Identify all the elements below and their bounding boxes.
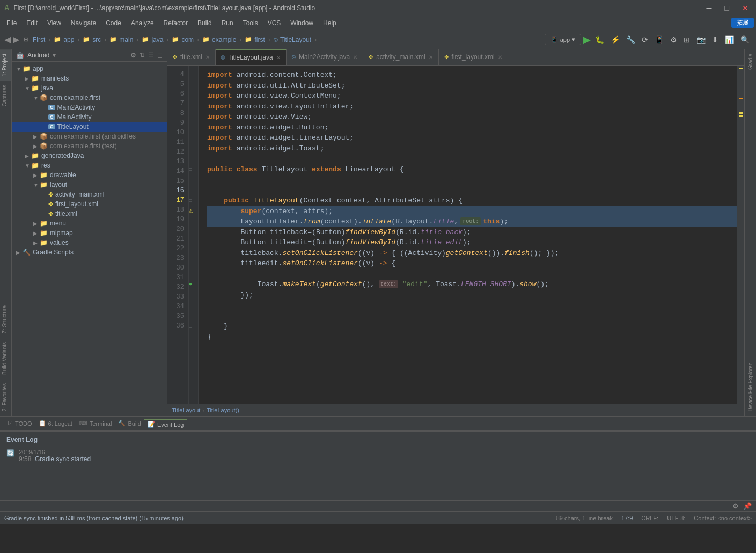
device-file-explorer-tab[interactable]: Device File Explorer [746,359,755,416]
tab-titlelayout-java[interactable]: © TitleLayout.java ✕ [216,49,287,65]
status-position[interactable]: 17:9 [621,515,633,521]
menu-analyze[interactable]: Analyze [127,18,158,28]
menu-refactor[interactable]: Refactor [159,18,192,28]
breadcrumb-first[interactable]: First [33,36,45,43]
tree-item-title-xml[interactable]: ✤ title.xml [12,209,167,219]
class-icon-main2: C [48,105,55,110]
settings-gear-bottom[interactable]: ⚙ [732,502,739,510]
app-selector-button[interactable]: 📱 app ▾ [545,34,581,45]
menu-file[interactable]: File [2,18,21,28]
tree-item-res[interactable]: ▼ 📁 res [12,161,167,170]
search-button[interactable]: 🔍 [738,34,752,45]
menu-view[interactable]: View [43,18,65,28]
terminal-tab[interactable]: ⌨ Terminal [76,419,115,428]
nav-back-button[interactable]: ◀ [4,34,11,45]
tab-project[interactable]: 1: Project [0,49,11,81]
breadcrumb-constructor[interactable]: TitleLayout() [207,407,239,413]
baidu-button[interactable]: 拓展 [731,18,754,28]
menu-navigate[interactable]: Navigate [67,18,100,28]
breadcrumb-main[interactable]: main [119,36,133,43]
dropdown-arrow-icon[interactable]: ▾ [53,52,56,59]
breadcrumb-first2[interactable]: first [254,36,265,43]
status-encoding[interactable]: UTF-8: [667,515,685,521]
tab-close-main2activity-java[interactable]: ✕ [353,54,357,60]
tree-item-mipmap[interactable]: ▶ 📁 mipmap [12,228,167,238]
tree-item-java[interactable]: ▼ 📁 java [12,83,167,93]
todo-tab[interactable]: ☑ TODO [4,419,35,428]
tree-item-package-androidtest[interactable]: ▶ 📦 com.example.first (androidTes [12,132,167,141]
maximize-button[interactable]: □ [722,4,732,12]
breadcrumb-src[interactable]: src [92,36,101,43]
menu-help[interactable]: Help [319,18,341,28]
tree-item-main2activity[interactable]: C Main2Activity [12,103,167,112]
tree-item-titlelayout[interactable]: C TitleLayout [12,122,167,132]
settings-gear-icon[interactable]: ⚙ [130,52,136,59]
tree-item-drawable[interactable]: ▶ 📁 drawable [12,170,167,180]
view-options-icon[interactable]: ☰ [148,52,154,59]
menu-build[interactable]: Build [193,18,216,28]
attach-button[interactable]: 🔧 [624,34,637,45]
tree-item-activity-main-xml[interactable]: ✤ activity_main.xml [12,190,167,199]
capture-button[interactable]: 📷 [694,34,708,45]
build-tab[interactable]: 🔨 Build [115,419,144,428]
profile-button[interactable]: ⚡ [608,34,622,45]
tree-item-generatedjava[interactable]: ▶ 📁 generatedJava [12,151,167,161]
menu-run[interactable]: Run [217,18,238,28]
code-editor[interactable]: 4 5 6 7 8 9 10 11 12 13 14 15 16 17 18 1… [167,66,744,404]
layout-button[interactable]: ⊞ [681,34,692,45]
tree-item-manifests[interactable]: ▶ 📁 manifests [12,74,167,83]
tree-item-package-main[interactable]: ▼ 📦 com.example.first [12,93,167,103]
breadcrumb-com[interactable]: com [181,36,194,43]
tab-title-xml[interactable]: ✤ title.xml ✕ [167,49,216,65]
tab-main2activity-java[interactable]: © Main2Activity.java ✕ [287,49,364,65]
sync-button[interactable]: ⟳ [640,34,650,45]
tab-close-title-xml[interactable]: ✕ [205,54,210,60]
menu-window[interactable]: Window [286,18,318,28]
menu-tools[interactable]: Tools [239,18,262,28]
tab-favorites[interactable]: 2: Favorites [0,379,11,416]
tree-item-package-test[interactable]: ▶ 📦 com.example.first (test) [12,141,167,151]
tree-item-first-layout-xml[interactable]: ✤ first_layout.xml [12,199,167,209]
tab-build-variants[interactable]: Build Variants [0,338,11,379]
tree-item-app[interactable]: ▼ 📁 app [12,64,167,74]
breadcrumb-java[interactable]: java [151,36,163,43]
avd-button[interactable]: 📱 [652,34,666,45]
breadcrumb-app[interactable]: app [63,36,74,43]
status-line-ending[interactable]: CRLF: [641,515,658,521]
dot-21: . [278,248,283,259]
tree-item-layout[interactable]: ▼ 📁 layout [12,180,167,190]
breadcrumb-titlelayout-bottom[interactable]: TitleLayout [172,407,200,413]
tab-close-first-layout-xml[interactable]: ✕ [498,54,502,60]
collapse-icon[interactable]: ◻ [157,52,163,59]
tree-item-values[interactable]: ▶ 📁 values [12,238,167,248]
tree-item-mainactivity[interactable]: C MainActivity [12,112,167,122]
breadcrumb-example[interactable]: example [212,36,236,43]
tree-item-menu[interactable]: ▶ 📁 menu [12,219,167,228]
menu-edit[interactable]: Edit [22,18,42,28]
run-button[interactable]: ▶ [583,34,591,46]
tab-close-activity-main-xml[interactable]: ✕ [429,54,433,60]
download-button[interactable]: ⬇ [710,34,721,45]
code-content[interactable]: import android.content.Context; import a… [199,66,737,404]
nav-forward-button[interactable]: ▶ [13,34,19,45]
eventlog-tab[interactable]: 📝 Event Log [144,419,187,429]
tree-item-gradle[interactable]: ▶ 🔨 Gradle Scripts [12,248,167,257]
tab-first-layout-xml[interactable]: ✤ first_layout.xml ✕ [439,49,508,65]
project-header-icons: ⚙ ⇅ ☰ ◻ [130,52,163,59]
sort-icon[interactable]: ⇅ [140,52,145,59]
menu-code[interactable]: Code [101,18,126,28]
debug-button[interactable]: 🐛 [593,34,606,45]
pin-bottom[interactable]: 📌 [743,502,752,510]
logcat-tab[interactable]: 📋 6: Logcat [35,419,76,428]
minimize-button[interactable]: ─ [703,4,715,12]
sdk-button[interactable]: ⚙ [668,34,679,45]
tab-activity-main-xml[interactable]: ✤ activity_main.xml ✕ [363,49,438,65]
close-button[interactable]: ✕ [739,4,752,12]
tab-captures[interactable]: Captures [0,81,11,111]
breadcrumb-titlelayout[interactable]: TitleLayout [280,36,311,43]
analyze-button[interactable]: 📊 [723,34,736,45]
tab-structure[interactable]: Z: Structure [0,301,11,338]
gradle-panel-tab[interactable]: Gradle [746,49,755,74]
menu-vcs[interactable]: VCS [263,18,285,28]
tab-close-titlelayout-java[interactable]: ✕ [276,55,281,61]
